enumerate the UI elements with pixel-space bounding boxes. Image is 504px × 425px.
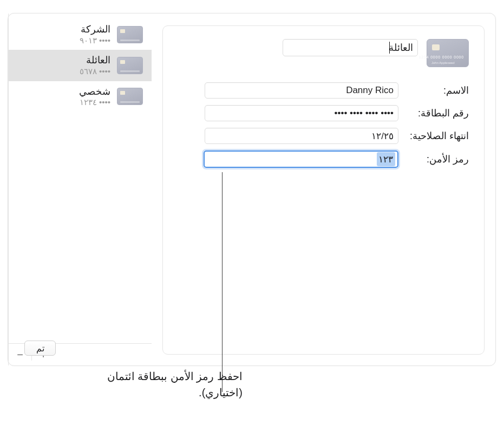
name-input[interactable] <box>205 82 398 99</box>
card-list: الشركة ٩٠١٣ •••• العائلة ٥٦٧٨ •••• شخصي <box>9 14 152 343</box>
row-expiry: انتهاء الصلاحية: <box>178 128 469 144</box>
row-name: الاسم: <box>178 82 469 99</box>
expiry-input[interactable] <box>205 128 398 144</box>
row-number: رقم البطاقة: <box>178 105 469 121</box>
card-item-company[interactable]: الشركة ٩٠١٣ •••• <box>9 19 152 50</box>
done-button-label: تم <box>36 344 44 353</box>
card-item-family[interactable]: العائلة ٥٦٧٨ •••• <box>9 50 152 81</box>
security-code-input[interactable] <box>204 151 398 168</box>
number-input[interactable] <box>205 105 398 121</box>
card-form: الاسم: رقم البطاقة: انتهاء الصلاحية: رمز… <box>178 82 469 168</box>
expiry-label: انتهاء الصلاحية: <box>405 130 469 142</box>
card-detail-panel: 0000 0000 0000 1234 John Appleseed الاسم… <box>162 25 485 355</box>
done-button[interactable]: تم <box>24 341 56 356</box>
security-label: رمز الأمن: <box>405 153 469 165</box>
card-title-input[interactable] <box>283 39 418 56</box>
card-item-name: الشركة <box>80 23 110 36</box>
row-security: رمز الأمن: <box>178 151 469 168</box>
credit-card-icon <box>117 26 143 43</box>
credit-card-large-icon: 0000 0000 0000 1234 John Appleseed <box>427 39 469 67</box>
minus-icon: − <box>17 349 23 361</box>
preferences-window: الشركة ٩٠١٣ •••• العائلة ٥٦٧٨ •••• شخصي <box>8 13 496 366</box>
card-sidebar: الشركة ٩٠١٣ •••• العائلة ٥٦٧٨ •••• شخصي <box>8 14 152 365</box>
number-label: رقم البطاقة: <box>405 107 469 119</box>
name-label: الاسم: <box>405 84 469 96</box>
credit-card-icon <box>117 57 143 74</box>
card-item-mask: ١٢٣٤ •••• <box>79 97 110 108</box>
credit-card-icon <box>117 88 143 105</box>
callout-text: احفظ رمز الأمن ببطاقة ائتمان (اختياري). <box>75 368 243 401</box>
card-hero: 0000 0000 0000 1234 John Appleseed <box>178 39 469 67</box>
card-item-mask: ٥٦٧٨ •••• <box>80 67 110 77</box>
card-preview-number: 0000 0000 0000 1234 <box>431 55 464 59</box>
card-item-mask: ٩٠١٣ •••• <box>80 36 110 46</box>
card-preview-name: John Appleseed <box>431 61 455 64</box>
callout-leader-line <box>222 172 222 392</box>
card-item-name: شخصي <box>79 86 110 98</box>
card-item-personal[interactable]: شخصي ١٢٣٤ •••• <box>9 81 152 112</box>
text-cursor <box>389 42 390 54</box>
card-item-name: العائلة <box>80 54 110 67</box>
